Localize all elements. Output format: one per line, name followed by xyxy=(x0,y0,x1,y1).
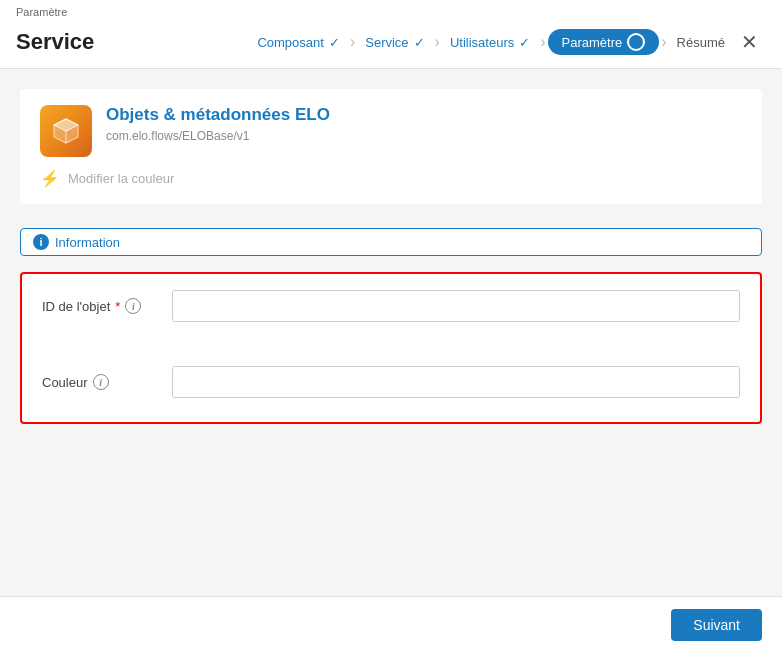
id-objet-info-icon[interactable]: i xyxy=(125,298,141,314)
page-title: Service xyxy=(16,29,94,55)
form-field-couleur: Couleur i xyxy=(42,366,740,398)
id-objet-required-icon: * xyxy=(115,299,120,314)
breadcrumb: Paramètre xyxy=(16,0,766,20)
footer: Suivant xyxy=(0,596,782,653)
service-label: Service xyxy=(365,35,408,50)
wizard-step-composant[interactable]: Composant ✓ xyxy=(249,31,347,54)
composant-check-icon: ✓ xyxy=(329,35,340,50)
step-arrow-3: › xyxy=(540,33,545,51)
step-arrow-2: › xyxy=(435,33,440,51)
wizard-step-resume[interactable]: Résumé xyxy=(669,31,733,54)
parametre-circle-icon xyxy=(627,33,645,51)
step-arrow-1: › xyxy=(350,33,355,51)
couleur-input[interactable] xyxy=(172,366,740,398)
info-circle-icon: i xyxy=(33,234,49,250)
composant-label: Composant xyxy=(257,35,323,50)
form-field-id-objet: ID de l'objet * i xyxy=(42,290,740,322)
service-check-icon: ✓ xyxy=(414,35,425,50)
service-name: Objets & métadonnées ELO xyxy=(106,105,742,125)
wizard-step-utilisateurs[interactable]: Utilisateurs ✓ xyxy=(442,31,538,54)
service-card: Objets & métadonnées ELO com.elo.flows/E… xyxy=(20,89,762,204)
information-button[interactable]: i Information xyxy=(20,228,762,256)
step-arrow-4: › xyxy=(661,33,666,51)
field-label-couleur: Couleur i xyxy=(42,366,172,390)
couleur-info-icon[interactable]: i xyxy=(93,374,109,390)
color-link[interactable]: Modifier la couleur xyxy=(68,171,174,186)
id-objet-input[interactable] xyxy=(172,290,740,322)
next-button[interactable]: Suivant xyxy=(671,609,762,641)
content-area: Objets & métadonnées ELO com.elo.flows/E… xyxy=(0,69,782,596)
wizard-steps: Composant ✓ › Service ✓ › Utilisateurs ✓… xyxy=(249,26,766,58)
resume-label: Résumé xyxy=(677,35,725,50)
service-icon xyxy=(40,105,92,157)
id-objet-label-text: ID de l'objet xyxy=(42,299,110,314)
utilisateurs-label: Utilisateurs xyxy=(450,35,514,50)
service-color-row: ⚡ Modifier la couleur xyxy=(40,169,742,188)
service-header: Objets & métadonnées ELO com.elo.flows/E… xyxy=(40,105,742,157)
parametre-label: Paramètre xyxy=(562,35,623,50)
info-button-label: Information xyxy=(55,235,120,250)
couleur-label-text: Couleur xyxy=(42,375,88,390)
service-id: com.elo.flows/ELOBase/v1 xyxy=(106,129,742,143)
wizard-step-service[interactable]: Service ✓ xyxy=(357,31,432,54)
utilisateurs-check-icon: ✓ xyxy=(519,35,530,50)
close-button[interactable]: ✕ xyxy=(733,26,766,58)
wizard-step-parametre[interactable]: Paramètre xyxy=(548,29,660,55)
field-label-id-objet: ID de l'objet * i xyxy=(42,290,172,314)
form-section: ID de l'objet * i Couleur i xyxy=(20,272,762,424)
lightning-icon: ⚡ xyxy=(40,169,60,188)
service-info: Objets & métadonnées ELO com.elo.flows/E… xyxy=(106,105,742,143)
